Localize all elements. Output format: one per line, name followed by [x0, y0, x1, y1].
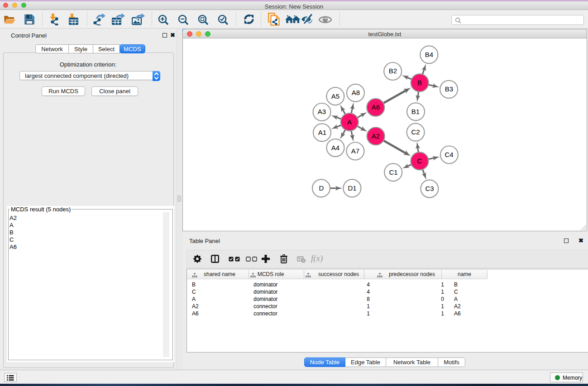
svg-text:C1: C1	[389, 168, 397, 176]
svg-text:A: A	[347, 118, 352, 126]
svg-text:A2: A2	[372, 132, 380, 140]
svg-text:D: D	[319, 184, 324, 192]
svg-text:B: B	[417, 79, 422, 86]
svg-text:A8: A8	[352, 89, 360, 96]
svg-text:C3: C3	[425, 185, 434, 192]
svg-text:A6: A6	[372, 103, 380, 111]
svg-text:B1: B1	[411, 108, 420, 115]
svg-text:A7: A7	[351, 147, 359, 155]
svg-text:B4: B4	[425, 51, 433, 58]
svg-text:B2: B2	[389, 67, 397, 75]
svg-text:B3: B3	[445, 85, 453, 93]
svg-text:D1: D1	[348, 184, 356, 192]
svg-text:A3: A3	[318, 108, 326, 115]
svg-text:C2: C2	[411, 128, 420, 136]
svg-text:C4: C4	[445, 151, 453, 158]
svg-text:A4: A4	[331, 144, 339, 152]
svg-text:A5: A5	[331, 92, 339, 100]
svg-text:C: C	[417, 157, 422, 165]
svg-text:A1: A1	[318, 129, 326, 136]
